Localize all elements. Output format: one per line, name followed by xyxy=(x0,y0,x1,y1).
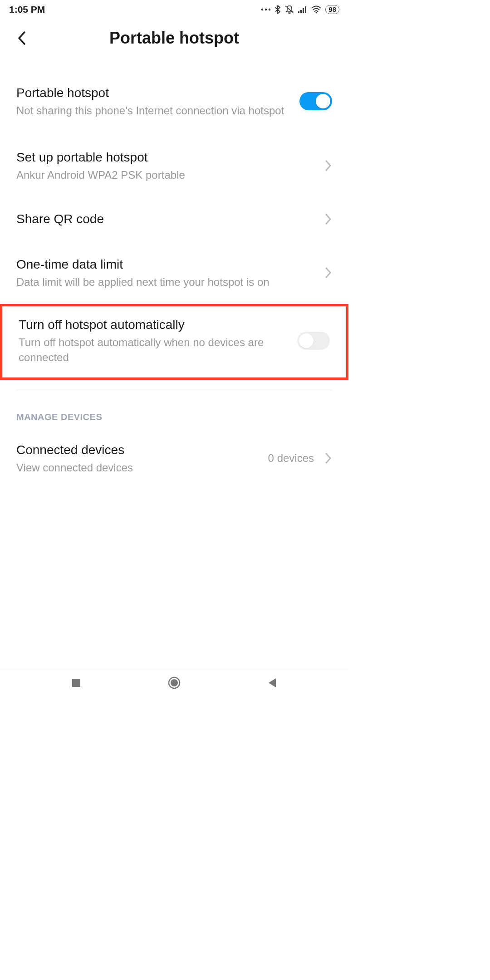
content-area: Portable hotspot Not sharing this phone'… xyxy=(0,55,348,488)
status-icons: 98 xyxy=(261,5,339,14)
data-limit-subtitle: Data limit will be applied next time you… xyxy=(16,275,318,289)
hotspot-subtitle: Not sharing this phone's Internet connec… xyxy=(16,103,292,118)
circle-icon xyxy=(167,676,181,690)
share-qr-row[interactable]: Share QR code xyxy=(0,195,348,243)
svg-point-2 xyxy=(269,9,270,10)
connected-value: 0 devices xyxy=(268,452,314,465)
more-icon xyxy=(261,8,271,11)
data-limit-row[interactable]: One-time data limit Data limit will be a… xyxy=(0,243,348,302)
svg-point-3 xyxy=(289,12,291,14)
auto-off-title: Turn off hotspot automatically xyxy=(19,316,290,333)
svg-rect-5 xyxy=(298,11,299,13)
setup-title: Set up portable hotspot xyxy=(16,149,318,166)
setup-hotspot-row[interactable]: Set up portable hotspot Ankur Android WP… xyxy=(0,131,348,195)
auto-off-toggle[interactable] xyxy=(297,332,330,350)
svg-rect-10 xyxy=(72,679,80,687)
chevron-right-icon xyxy=(325,452,332,464)
nav-home-button[interactable] xyxy=(161,669,188,696)
data-limit-title: One-time data limit xyxy=(16,256,318,273)
auto-off-row[interactable]: Turn off hotspot automatically Turn off … xyxy=(2,308,346,373)
chevron-right-icon xyxy=(325,160,332,172)
back-button[interactable] xyxy=(16,29,34,47)
qr-title: Share QR code xyxy=(16,211,318,228)
svg-rect-6 xyxy=(300,10,302,13)
bluetooth-icon xyxy=(274,5,281,14)
svg-rect-8 xyxy=(305,6,306,13)
battery-indicator: 98 xyxy=(325,5,339,14)
nav-recent-button[interactable] xyxy=(63,669,90,696)
chevron-left-icon xyxy=(16,30,26,46)
page-title: Portable hotspot xyxy=(109,29,239,48)
svg-point-1 xyxy=(265,9,267,10)
vibrate-mute-icon xyxy=(284,5,294,14)
triangle-left-icon xyxy=(267,677,277,688)
svg-rect-7 xyxy=(303,8,304,13)
auto-off-subtitle: Turn off hotspot automatically when no d… xyxy=(19,335,290,365)
manage-devices-header: MANAGE DEVICES xyxy=(0,390,348,431)
svg-point-0 xyxy=(261,9,263,10)
svg-point-9 xyxy=(316,12,317,14)
nav-back-button[interactable] xyxy=(259,669,286,696)
svg-point-12 xyxy=(171,679,178,686)
wifi-icon xyxy=(311,5,322,14)
highlight-annotation: Turn off hotspot automatically Turn off … xyxy=(0,304,348,380)
hotspot-toggle-row[interactable]: Portable hotspot Not sharing this phone'… xyxy=(0,74,348,131)
hotspot-title: Portable hotspot xyxy=(16,84,292,102)
hotspot-toggle[interactable] xyxy=(299,92,332,110)
navigation-bar xyxy=(0,668,348,697)
connected-devices-row[interactable]: Connected devices View connected devices… xyxy=(0,431,348,488)
setup-subtitle: Ankur Android WPA2 PSK portable xyxy=(16,168,318,182)
signal-icon xyxy=(298,5,307,14)
status-time: 1:05 PM xyxy=(9,4,45,15)
chevron-right-icon xyxy=(325,213,332,225)
connected-subtitle: View connected devices xyxy=(16,461,261,475)
chevron-right-icon xyxy=(325,267,332,279)
connected-title: Connected devices xyxy=(16,441,261,459)
page-header: Portable hotspot xyxy=(0,19,348,55)
status-bar: 1:05 PM 98 xyxy=(0,0,348,19)
square-icon xyxy=(71,678,81,688)
